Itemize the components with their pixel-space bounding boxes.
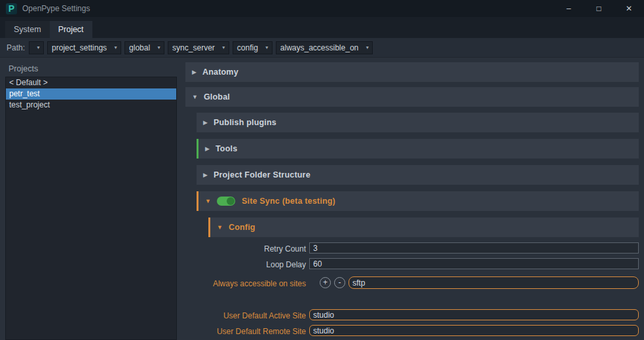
path-combo-value: global: [125, 43, 154, 52]
minimize-button[interactable]: –: [554, 0, 584, 17]
section-header-anatomy[interactable]: ▶ Anatomy: [185, 62, 639, 82]
expanded-arrow-icon: ▼: [205, 198, 211, 204]
collapsed-arrow-icon: ▶: [203, 119, 208, 126]
tab-system[interactable]: System: [5, 21, 50, 38]
section-label: Tools: [216, 144, 237, 153]
user-default-remote-site-label: User Default Remote Site: [208, 327, 306, 336]
remove-site-button[interactable]: -: [334, 277, 345, 288]
chevron-down-icon: ▾: [154, 45, 164, 50]
title-bar: P OpenPype Settings – □ ✕: [0, 0, 644, 17]
path-combo-value: always_accessible_on: [276, 43, 362, 52]
section-header-site-sync[interactable]: ▼ Site Sync (beta testing): [197, 191, 639, 211]
list-item-test-project[interactable]: test_project: [6, 100, 176, 111]
path-breadcrumb-bar: Path: ▾ project_settings ▾ global ▾ sync…: [0, 38, 644, 58]
path-combo-root[interactable]: ▾: [29, 41, 44, 54]
path-combo-project-settings[interactable]: project_settings ▾: [47, 41, 121, 54]
section-header-global[interactable]: ▼ Global: [185, 87, 639, 107]
maximize-button[interactable]: □: [584, 0, 614, 17]
path-combo-config[interactable]: config ▾: [233, 41, 273, 54]
projects-list: < Default > petr_test test_project: [5, 77, 177, 340]
section-header-project-folder-structure[interactable]: ▶ Project Folder Structure: [197, 165, 639, 185]
loop-delay-input[interactable]: [309, 258, 639, 269]
chevron-down-icon: ▾: [362, 45, 372, 50]
section-label: Site Sync (beta testing): [242, 197, 335, 206]
section-label: Config: [229, 223, 256, 232]
collapsed-arrow-icon: ▶: [203, 172, 208, 178]
retry-count-input[interactable]: [309, 242, 639, 254]
close-button[interactable]: ✕: [614, 0, 644, 17]
path-combo-global[interactable]: global ▾: [124, 41, 164, 54]
list-item-default[interactable]: < Default >: [6, 77, 176, 88]
always-accessible-site-input[interactable]: [349, 276, 639, 289]
openpype-settings-window: P OpenPype Settings – □ ✕ System Project…: [0, 0, 644, 340]
chevron-down-icon: ▾: [33, 45, 43, 50]
always-accessible-on-sites-label: Always accessible on sites: [208, 279, 306, 288]
list-item-petr-test[interactable]: petr_test: [6, 88, 176, 100]
user-default-remote-site-input[interactable]: [309, 325, 639, 336]
path-combo-value: sync_server: [168, 43, 219, 52]
path-label: Path:: [7, 43, 25, 52]
path-combo-value: config: [233, 43, 262, 52]
section-header-tools[interactable]: ▶ Tools: [197, 139, 639, 159]
collapsed-arrow-icon: ▶: [192, 69, 197, 75]
settings-tab-bar: System Project: [0, 17, 644, 38]
section-header-publish-plugins[interactable]: ▶ Publish plugins: [197, 113, 639, 132]
section-label: Global: [204, 92, 230, 102]
retry-count-label: Retry Count: [208, 244, 306, 254]
site-sync-enabled-toggle[interactable]: [217, 197, 235, 206]
window-controls: – □ ✕: [554, 0, 644, 17]
expanded-arrow-icon: ▼: [192, 94, 198, 100]
projects-panel-title: Projects: [9, 64, 38, 73]
section-header-config[interactable]: ▼ Config: [208, 217, 639, 237]
chevron-down-icon: ▾: [262, 45, 272, 50]
chevron-down-icon: ▾: [111, 45, 121, 50]
user-default-active-site-input[interactable]: [309, 309, 639, 320]
section-label: Project Folder Structure: [214, 170, 311, 179]
loop-delay-label: Loop Delay: [208, 260, 306, 269]
expanded-arrow-icon: ▼: [217, 224, 223, 231]
add-site-button[interactable]: +: [320, 277, 331, 288]
collapsed-arrow-icon: ▶: [205, 145, 210, 152]
section-label: Publish plugins: [214, 118, 276, 127]
path-combo-always-accessible-on[interactable]: always_accessible_on ▾: [276, 41, 373, 54]
tab-project[interactable]: Project: [50, 21, 92, 38]
toggle-knob: [227, 197, 235, 205]
window-title: OpenPype Settings: [22, 4, 90, 13]
section-label: Anatomy: [202, 67, 238, 77]
path-combo-value: project_settings: [48, 43, 111, 52]
chevron-down-icon: ▾: [219, 45, 229, 50]
user-default-active-site-label: User Default Active Site: [208, 311, 306, 320]
openpype-logo-icon: P: [6, 3, 17, 14]
path-combo-sync-server[interactable]: sync_server ▾: [168, 41, 229, 54]
